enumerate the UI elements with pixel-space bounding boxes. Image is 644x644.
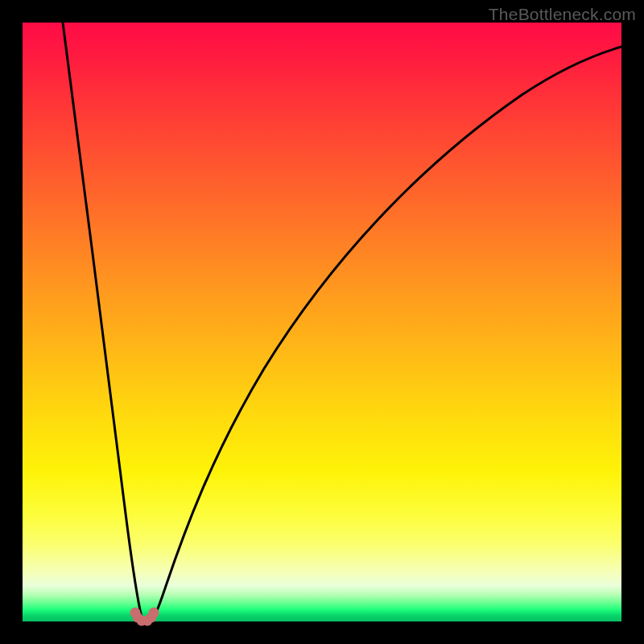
bottleneck-curve (23, 23, 621, 621)
curve-right-branch (151, 47, 621, 621)
marker-dot (149, 608, 159, 618)
watermark-text: TheBottleneck.com (489, 5, 636, 24)
curve-left-branch (63, 23, 144, 621)
chart-frame: TheBottleneck.com (0, 0, 644, 644)
plot-area (23, 23, 621, 621)
